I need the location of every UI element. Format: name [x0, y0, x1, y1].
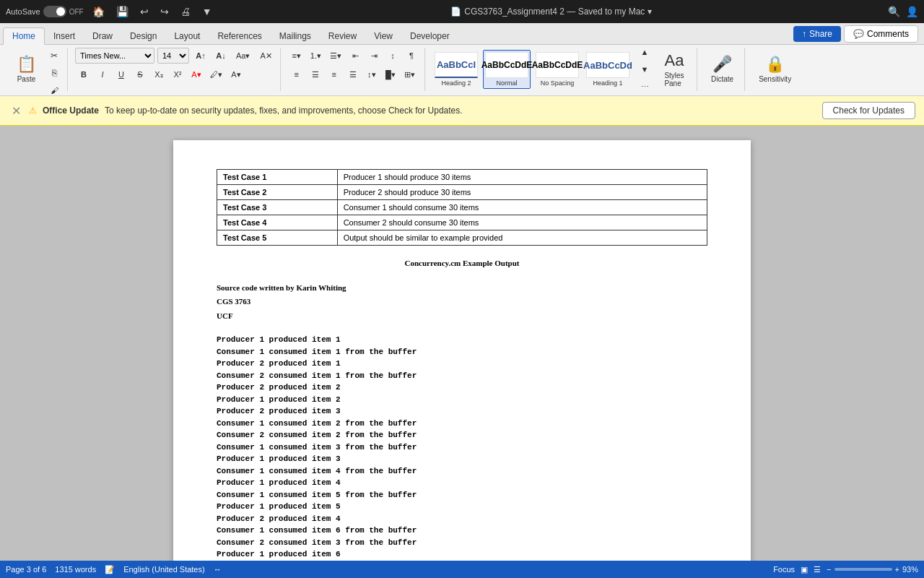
- dictate-button[interactable]: 🎤 Dictate: [705, 48, 740, 90]
- tab-draw[interactable]: Draw: [84, 28, 121, 44]
- account-icon[interactable]: 👤: [906, 6, 918, 17]
- print-icon[interactable]: 🖨: [178, 4, 193, 19]
- sensitivity-button[interactable]: 🔒 Sensitivity: [752, 48, 798, 90]
- output-line: Producer 1 produced item 4: [217, 477, 707, 489]
- tab-home[interactable]: Home: [3, 27, 45, 45]
- font-color-button[interactable]: A▾: [188, 66, 205, 82]
- output-line: Consumer 1 consumed item 3 from the buff…: [217, 441, 707, 454]
- section-title: Concurrency.cm Example Output: [217, 257, 707, 270]
- tab-insert[interactable]: Insert: [45, 28, 84, 44]
- font-size-select[interactable]: 14: [157, 48, 189, 64]
- increase-font-button[interactable]: A↑: [192, 48, 209, 64]
- font-family-select[interactable]: Times New...: [75, 48, 154, 64]
- multilevel-button[interactable]: ☰▾: [326, 48, 345, 64]
- decrease-font-button[interactable]: A↓: [212, 48, 230, 64]
- zoom-controls: − + 93%: [827, 565, 918, 574]
- paragraph-group: ≡▾ 1.▾ ☰▾ ⇤ ⇥ ↕ ¶ ≡ ☰ ≡ ☰ ↕▾ █▾ ⊞▾: [284, 48, 425, 91]
- justify-button[interactable]: ☰: [344, 66, 362, 82]
- undo-icon[interactable]: ↩: [137, 4, 152, 19]
- styles-up-button[interactable]: ▲: [636, 45, 653, 60]
- cut-button[interactable]: ✂: [45, 48, 63, 64]
- tab-developer[interactable]: Developer: [401, 28, 458, 44]
- autosave-toggle[interactable]: [43, 6, 66, 17]
- styles-more-button[interactable]: ⋯: [636, 79, 653, 95]
- voice-group: 🎤 Dictate: [700, 48, 745, 91]
- decrease-indent-button[interactable]: ⇤: [346, 48, 364, 64]
- zoom-level: 93%: [902, 565, 918, 574]
- change-case-button[interactable]: Aa▾: [232, 48, 253, 64]
- underline-button[interactable]: U: [113, 66, 130, 82]
- bullets-button[interactable]: ≡▾: [288, 48, 305, 64]
- tab-mailings[interactable]: Mailings: [271, 28, 320, 44]
- numbering-button[interactable]: 1.▾: [307, 48, 325, 64]
- search-icon[interactable]: 🔍: [888, 6, 900, 17]
- ribbon-tabs: Home Insert Draw Design Layout Reference…: [0, 23, 924, 45]
- styles-pane-button[interactable]: Aa StylesPane: [656, 48, 692, 90]
- dictate-icon: 🎤: [712, 55, 732, 74]
- line-spacing-button[interactable]: ↕▾: [363, 66, 380, 82]
- borders-button[interactable]: ⊞▾: [401, 66, 419, 82]
- italic-button[interactable]: I: [94, 66, 111, 82]
- align-right-button[interactable]: ≡: [326, 66, 343, 82]
- check-updates-button[interactable]: Check for Updates: [822, 102, 915, 119]
- shading2-button[interactable]: █▾: [382, 66, 399, 82]
- no-spacing-preview-text: AaBbCcDdE: [532, 60, 583, 70]
- align-left-button[interactable]: ≡: [288, 66, 305, 82]
- output-line: Consumer 2 consumed item 2 from the buff…: [217, 429, 707, 441]
- update-bar-icon: ⚠: [29, 105, 37, 116]
- sensitivity-group: 🔒 Sensitivity: [748, 48, 802, 91]
- style-heading1[interactable]: AaBbCcDd Heading 1: [584, 50, 632, 89]
- author-line3: UCF: [217, 310, 707, 323]
- focus-label[interactable]: Focus: [773, 565, 795, 574]
- view-icon2[interactable]: ☰: [814, 565, 821, 574]
- styles-down-button[interactable]: ▼: [636, 61, 653, 77]
- zoom-out-button[interactable]: −: [827, 565, 831, 574]
- table-cell-desc: Output should be similar to example prov…: [337, 230, 707, 246]
- tab-references[interactable]: References: [209, 28, 270, 44]
- table-cell-case: Test Case 3: [217, 200, 338, 215]
- output-line: Consumer 1 consumed item 1 from the buff…: [217, 346, 707, 358]
- style-heading2[interactable]: AaBbCcI Heading 2: [432, 50, 480, 89]
- sensitivity-label: Sensitivity: [759, 75, 791, 83]
- window-title: CGS3763_Assignment4 2 — Saved to my Mac: [464, 7, 645, 17]
- tab-view[interactable]: View: [365, 28, 401, 44]
- paste-button[interactable]: 📋 Paste: [10, 48, 43, 90]
- shading-button[interactable]: A▾: [227, 66, 245, 82]
- tab-design[interactable]: Design: [121, 28, 165, 44]
- home-icon[interactable]: 🏠: [90, 4, 108, 19]
- view-icon1[interactable]: ▣: [801, 565, 808, 574]
- tab-review[interactable]: Review: [320, 28, 365, 44]
- zoom-in-button[interactable]: +: [895, 565, 899, 574]
- customize-icon[interactable]: ▼: [199, 4, 215, 19]
- track-changes-icon: 📝: [105, 565, 115, 574]
- doc-icon: 📄: [450, 7, 461, 17]
- document-area[interactable]: Test Case 1 Producer 1 should produce 30…: [0, 126, 924, 561]
- comments-button[interactable]: 💬 Comments: [844, 25, 918, 43]
- highlight-button[interactable]: 🖊▾: [206, 66, 226, 82]
- share-button[interactable]: ↑ Share: [793, 26, 841, 42]
- bold-button[interactable]: B: [75, 66, 92, 82]
- language-indicator: English (United States): [123, 565, 205, 574]
- save-icon[interactable]: 💾: [113, 4, 131, 19]
- tab-layout[interactable]: Layout: [165, 28, 209, 44]
- increase-indent-button[interactable]: ⇥: [365, 48, 383, 64]
- clear-format-button[interactable]: A✕: [256, 48, 275, 64]
- update-bar-close-button[interactable]: ✕: [9, 103, 23, 118]
- sort-button[interactable]: ↕: [384, 48, 401, 64]
- show-formatting-button[interactable]: ¶: [403, 48, 420, 64]
- redo-icon[interactable]: ↪: [157, 4, 172, 19]
- author-line1: Source code written by Karin Whiting: [217, 282, 707, 295]
- subscript-button[interactable]: X₂: [150, 66, 167, 82]
- autosave-label: AutoSave: [6, 7, 40, 16]
- format-painter-button[interactable]: 🖌: [45, 82, 63, 95]
- zoom-slider[interactable]: [834, 568, 892, 571]
- output-line: Consumer 1 consumed item 5 from the buff…: [217, 489, 707, 501]
- style-normal[interactable]: AaBbCcDdE Normal: [483, 50, 531, 89]
- superscript-button[interactable]: X²: [169, 66, 186, 82]
- style-no-spacing[interactable]: AaBbCcDdE No Spacing: [533, 50, 581, 89]
- title-bar-right: 🔍 👤: [888, 6, 918, 17]
- copy-button[interactable]: ⎘: [45, 65, 63, 81]
- status-bar: Page 3 of 6 1315 words 📝 English (United…: [0, 561, 924, 578]
- strikethrough-button[interactable]: S: [131, 66, 149, 82]
- align-center-button[interactable]: ☰: [307, 66, 324, 82]
